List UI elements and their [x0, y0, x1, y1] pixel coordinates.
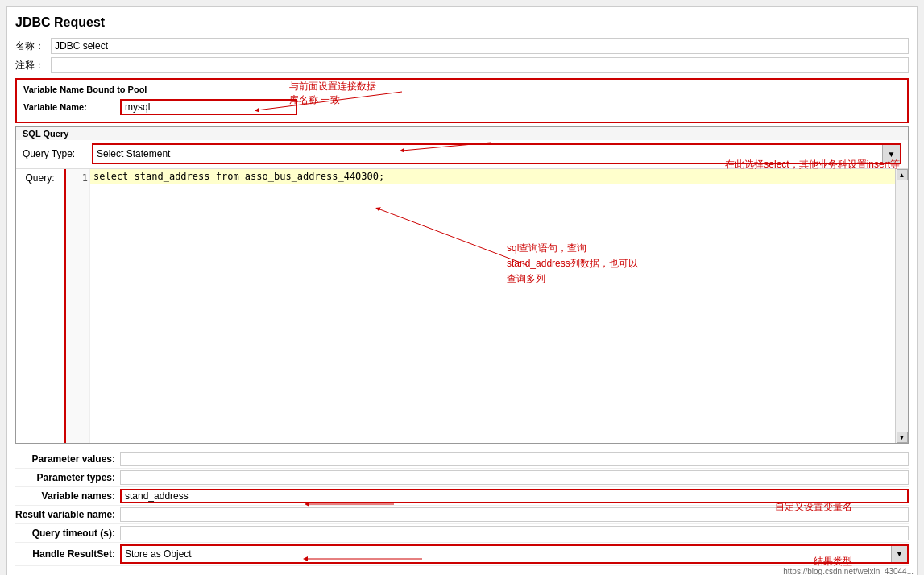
scroll-down-button[interactable]: ▼ [897, 432, 908, 443]
query-timeout-row: Query timeout (s): [15, 524, 909, 543]
comment-label: 注释： [15, 59, 48, 72]
query-label: Query: [16, 169, 64, 443]
name-label: 名称： [15, 39, 48, 53]
param-types-input[interactable] [120, 470, 909, 485]
var-names-label: Variable names: [15, 490, 120, 502]
line-numbers: 1 [66, 169, 90, 443]
code-area: select stand_address from asso_bus_addre… [90, 169, 895, 443]
comment-row: 注释： [15, 57, 909, 73]
query-timeout-input[interactable] [120, 526, 909, 540]
name-row: 名称： [15, 38, 909, 54]
param-types-row: Parameter types: [15, 469, 909, 487]
params-section: Parameter values: Parameter types: Varia… [15, 450, 909, 566]
annotation1-text: 与前面设置连接数据库名称 一致 [289, 80, 376, 107]
variable-name-input[interactable] [120, 99, 297, 115]
query-editor-area: 1 select stand_address from asso_bus_add… [64, 169, 908, 443]
comment-input[interactable] [51, 57, 909, 73]
param-values-row: Parameter values: [15, 450, 909, 469]
variable-section-title: Variable Name Bound to Pool [23, 85, 147, 94]
sql-query-title: SQL Query [16, 127, 908, 140]
sql-query-section: SQL Query Query Type: Select Statement U… [15, 126, 909, 444]
query-area: Query: 1 select stand_address from asso_… [16, 168, 908, 443]
variable-name-label: Variable Name: [23, 102, 120, 112]
name-input[interactable] [51, 38, 909, 54]
query-type-label: Query Type: [23, 148, 87, 159]
variable-bound-section: Variable Name Bound to Pool Variable Nam… [15, 78, 909, 123]
jdbc-request-panel: JDBC Request 名称： 注释： Variable Name Bound… [6, 6, 918, 575]
query-timeout-label: Query timeout (s): [15, 527, 120, 539]
query-with-lines: 1 select stand_address from asso_bus_add… [66, 169, 908, 443]
handle-resultset-wrapper: Store as Object Store as String Count Re… [120, 544, 909, 564]
variable-section-title-row: Variable Name Bound to Pool [23, 85, 901, 97]
annotation3-text: sql查询语句，查询stand_address列数据，也可以查询多列 [507, 241, 638, 288]
param-types-label: Parameter types: [15, 472, 120, 483]
page-title: JDBC Request [15, 15, 909, 30]
param-values-input[interactable] [120, 452, 909, 466]
result-var-label: Result variable name: [15, 509, 120, 520]
handle-resultset-row: Handle ResultSet: Store as Object Store … [15, 543, 909, 566]
param-values-label: Parameter values: [15, 453, 120, 465]
scrollbar: ▲ ▼ [895, 169, 908, 443]
handle-resultset-select[interactable]: Store as Object Store as String Count Re… [122, 546, 891, 562]
handle-resultset-label: Handle ResultSet: [15, 548, 120, 560]
handle-resultset-arrow[interactable]: ▼ [891, 546, 907, 562]
variable-name-row: Variable Name: [23, 99, 901, 115]
annotation4-text: 自定义设置变量名 [775, 500, 852, 514]
watermark: https://blog.csdn.net/weixin_43044... [783, 567, 914, 575]
annotation2-text: 在此选择select，其他业务科设置insert等 [725, 158, 900, 172]
